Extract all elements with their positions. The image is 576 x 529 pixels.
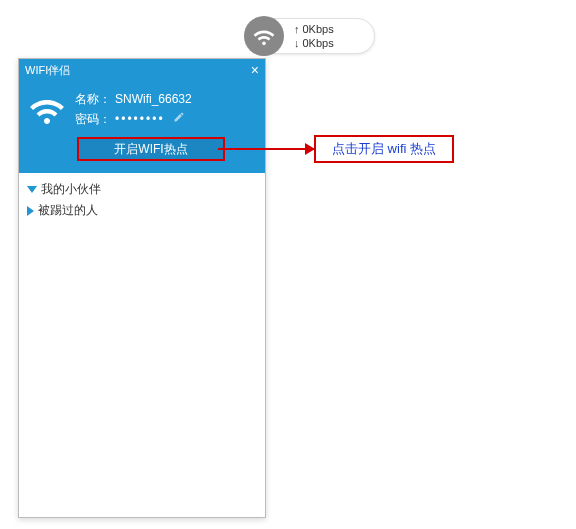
chevron-down-icon <box>27 186 37 193</box>
list-item-kicked[interactable]: 被踢过的人 <box>27 200 257 221</box>
wifi-name-value: SNWifi_66632 <box>115 89 192 109</box>
annotation-arrow <box>218 148 314 150</box>
annotation-text: 点击开启 wifi 热点 <box>332 140 436 158</box>
wifi-companion-window: WIFI伴侣 × 名称： SNWifi_66632 密码： •••••••• <box>18 58 266 518</box>
wifi-password-value: •••••••• <box>115 109 165 129</box>
password-label: 密码： <box>75 109 111 129</box>
chevron-right-icon <box>27 206 34 216</box>
titlebar: WIFI伴侣 × <box>19 59 265 81</box>
speed-text: ↑ 0Kbps ↓ 0Kbps <box>294 22 334 50</box>
upload-speed: 0Kbps <box>303 22 334 36</box>
list-item-friends[interactable]: 我的小伙伴 <box>27 179 257 200</box>
edit-icon[interactable] <box>173 109 185 129</box>
wifi-icon <box>29 91 65 127</box>
wifi-icon <box>244 16 284 56</box>
annotation-box: 点击开启 wifi 热点 <box>314 135 454 163</box>
close-icon[interactable]: × <box>251 62 259 78</box>
download-speed: 0Kbps <box>303 36 334 50</box>
arrow-up-icon: ↑ <box>294 22 300 36</box>
sections-list: 我的小伙伴 被踢过的人 <box>19 173 265 227</box>
name-label: 名称： <box>75 89 111 109</box>
open-wifi-button[interactable]: 开启WIFI热点 <box>77 137 225 161</box>
list-item-label: 我的小伙伴 <box>41 181 101 198</box>
wifi-header: 名称： SNWifi_66632 密码： •••••••• 开启WIFI热点 <box>19 81 265 173</box>
list-item-label: 被踢过的人 <box>38 202 98 219</box>
arrow-down-icon: ↓ <box>294 36 300 50</box>
open-wifi-label: 开启WIFI热点 <box>114 141 187 158</box>
window-title: WIFI伴侣 <box>25 63 70 78</box>
speed-indicator: ↑ 0Kbps ↓ 0Kbps <box>245 18 375 54</box>
